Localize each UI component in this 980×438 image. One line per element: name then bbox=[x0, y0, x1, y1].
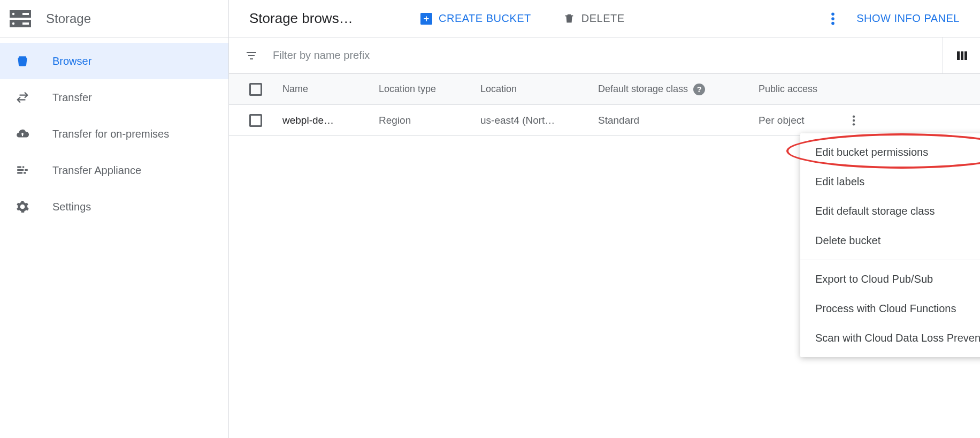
sidebar-item-transfer-onprem[interactable]: Transfer for on-premises bbox=[0, 116, 228, 152]
sidebar-item-label: Browser bbox=[52, 55, 91, 67]
svg-rect-5 bbox=[22, 22, 29, 25]
filter-input[interactable] bbox=[273, 49, 943, 62]
cell-public-access: Per object bbox=[759, 115, 843, 126]
gear-icon bbox=[15, 199, 30, 214]
table-row[interactable]: webpl-de… Region us-east4 (Nort… Standar… bbox=[229, 105, 980, 136]
row-select-cell bbox=[229, 114, 282, 127]
table-header: Name Location type Location Default stor… bbox=[229, 74, 980, 105]
header-name[interactable]: Name bbox=[282, 84, 379, 95]
header-public-access[interactable]: Public access bbox=[759, 84, 843, 95]
sidebar-item-transfer[interactable]: Transfer bbox=[0, 79, 228, 116]
svg-point-13 bbox=[831, 12, 834, 16]
sidebar-item-label: Transfer Appliance bbox=[52, 164, 141, 177]
sidebar-item-label: Transfer for on-premises bbox=[52, 128, 169, 140]
menu-cloud-functions[interactable]: Process with Cloud Functions bbox=[800, 294, 980, 323]
create-bucket-button[interactable]: CREATE BUCKET bbox=[420, 12, 531, 25]
menu-divider bbox=[800, 260, 980, 260]
appliance-icon bbox=[15, 163, 30, 178]
sidebar-nav: Browser Transfer Transfer for on-premise… bbox=[0, 37, 228, 225]
svg-point-14 bbox=[831, 17, 834, 20]
trash-icon bbox=[563, 13, 575, 25]
svg-rect-8 bbox=[17, 172, 22, 173]
svg-rect-10 bbox=[25, 169, 27, 171]
sidebar-item-label: Settings bbox=[52, 201, 91, 213]
help-icon[interactable]: ? bbox=[693, 84, 705, 95]
svg-point-2 bbox=[12, 12, 14, 14]
menu-edit-labels[interactable]: Edit labels bbox=[800, 167, 980, 197]
sidebar-item-settings[interactable]: Settings bbox=[0, 188, 228, 225]
svg-rect-17 bbox=[961, 51, 963, 60]
show-info-panel-button[interactable]: SHOW INFO PANEL bbox=[856, 12, 960, 25]
menu-edit-storage-class[interactable]: Edit default storage class bbox=[800, 197, 980, 226]
select-all-checkbox[interactable] bbox=[249, 83, 262, 96]
cell-location: us-east4 (Nort… bbox=[480, 115, 598, 126]
sidebar-item-transfer-appliance[interactable]: Transfer Appliance bbox=[0, 152, 228, 188]
more-actions-button[interactable] bbox=[831, 12, 835, 26]
columns-button[interactable] bbox=[943, 37, 980, 74]
cell-location-type: Region bbox=[379, 115, 480, 126]
svg-point-20 bbox=[853, 119, 855, 121]
sidebar-header: Storage bbox=[0, 0, 228, 37]
svg-rect-11 bbox=[24, 172, 26, 173]
menu-delete-bucket[interactable]: Delete bucket bbox=[800, 226, 980, 255]
header-location[interactable]: Location bbox=[480, 84, 598, 95]
row-checkbox[interactable] bbox=[249, 114, 262, 127]
header-location-type[interactable]: Location type bbox=[379, 84, 480, 95]
svg-rect-4 bbox=[22, 13, 29, 15]
toolbar: Storage brows… CREATE BUCKET DELETE SHOW… bbox=[229, 0, 980, 37]
svg-point-19 bbox=[853, 115, 855, 117]
transfer-icon bbox=[15, 90, 30, 105]
svg-point-3 bbox=[12, 22, 14, 24]
storage-product-icon bbox=[10, 9, 31, 28]
svg-point-15 bbox=[831, 21, 834, 25]
plus-box-icon bbox=[420, 13, 432, 25]
sidebar-item-label: Transfer bbox=[52, 92, 92, 104]
menu-edit-permissions[interactable]: Edit bucket permissions bbox=[800, 138, 980, 167]
row-more-button[interactable] bbox=[843, 115, 864, 126]
menu-dlp-scan[interactable]: Scan with Cloud Data Loss Prevention bbox=[800, 323, 980, 353]
menu-export-pubsub[interactable]: Export to Cloud Pub/Sub bbox=[800, 265, 980, 294]
svg-rect-16 bbox=[957, 51, 960, 60]
create-bucket-label: CREATE BUCKET bbox=[439, 12, 531, 25]
svg-rect-9 bbox=[22, 166, 24, 168]
filter-icon[interactable] bbox=[245, 49, 258, 62]
filter-bar bbox=[229, 37, 980, 74]
select-all-cell bbox=[229, 83, 282, 96]
sidebar-item-browser[interactable]: Browser bbox=[0, 43, 228, 79]
cell-name[interactable]: webpl-de… bbox=[282, 115, 379, 126]
svg-rect-6 bbox=[17, 166, 21, 168]
cell-storage-class: Standard bbox=[598, 115, 759, 126]
delete-label: DELETE bbox=[581, 12, 625, 25]
sidebar: Storage Browser Transfer Transfer for on… bbox=[0, 0, 229, 438]
cloud-upload-icon bbox=[15, 126, 30, 141]
sidebar-title: Storage bbox=[46, 11, 91, 26]
svg-rect-7 bbox=[17, 169, 24, 171]
header-storage-class[interactable]: Default storage class ? bbox=[598, 84, 759, 95]
delete-button[interactable]: DELETE bbox=[563, 12, 625, 25]
svg-point-21 bbox=[853, 123, 855, 125]
main-content: Storage brows… CREATE BUCKET DELETE SHOW… bbox=[229, 0, 980, 438]
row-context-menu: Edit bucket permissions Edit labels Edit… bbox=[800, 133, 980, 357]
header-storage-class-label: Default storage class bbox=[598, 84, 688, 95]
page-title: Storage brows… bbox=[249, 10, 399, 27]
svg-rect-18 bbox=[964, 51, 967, 60]
bucket-icon bbox=[15, 54, 30, 69]
